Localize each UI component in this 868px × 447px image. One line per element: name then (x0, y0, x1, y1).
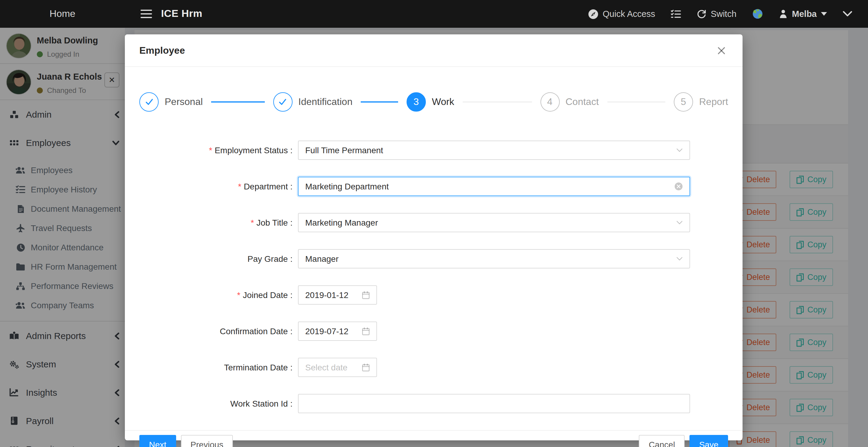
field-label: Pay Grade (248, 254, 292, 264)
field-label: Department (244, 182, 292, 191)
brand-title: ICE Hrm (161, 8, 203, 20)
date-value: 2019-07-12 (305, 326, 348, 336)
modal-title: Employee (140, 45, 185, 56)
step-personal[interactable]: Personal (140, 92, 273, 112)
step-work[interactable]: 3 Work (407, 92, 540, 112)
employment-status-select[interactable]: Full Time Permanent (298, 141, 690, 160)
step-connector (463, 102, 532, 102)
form-row-job-title: *Job Title Marketing Manager (140, 213, 728, 232)
check-icon (273, 92, 292, 112)
top-header: Home ICE Hrm Quick Access Switch Melba (0, 0, 868, 28)
work-station-id-input[interactable] (298, 394, 690, 413)
field-label: Job Title (256, 218, 292, 228)
previous-button[interactable]: Previous (181, 435, 233, 447)
form-row-work-station-id: Work Station Id (140, 394, 728, 413)
work-form: *Employment Status Full Time Permanent *… (140, 141, 728, 413)
form-row-pay-grade: Pay Grade Manager (140, 249, 728, 268)
app-root: ext Search Delete Copy Delete Copy Delet… (0, 0, 868, 447)
field-label: Joined Date (243, 290, 292, 300)
globe-icon[interactable] (752, 8, 763, 19)
next-button[interactable]: Next (140, 435, 176, 447)
save-button[interactable]: Save (689, 435, 728, 447)
date-placeholder: Select date (305, 362, 347, 372)
step-label: Report (699, 96, 728, 108)
user-menu[interactable]: Melba (779, 9, 827, 19)
quick-access-button[interactable]: Quick Access (588, 9, 655, 19)
step-connector (211, 102, 265, 102)
select-value: Marketing Manager (305, 218, 378, 228)
confirmation-date-picker[interactable]: 2019-07-12 (298, 322, 377, 341)
form-row-employment-status: *Employment Status Full Time Permanent (140, 141, 728, 160)
department-select[interactable]: Marketing Department (298, 177, 690, 196)
form-row-confirmation-date: Confirmation Date 2019-07-12 (140, 322, 728, 341)
step-connector (361, 102, 398, 102)
joined-date-picker[interactable]: 2019-01-12 (298, 285, 377, 305)
termination-date-picker[interactable]: Select date (298, 358, 377, 377)
modal-footer: Next Previous Cancel Save (125, 430, 743, 447)
switch-user-button[interactable]: Switch (697, 9, 736, 19)
user-icon (779, 9, 788, 19)
field-label: Termination Date (224, 362, 292, 372)
form-row-department: *Department Marketing Department (140, 177, 728, 196)
hamburger-icon[interactable] (141, 9, 152, 19)
calendar-icon (362, 327, 370, 335)
step-identification[interactable]: Identification (273, 92, 407, 112)
step-label: Contact (565, 96, 599, 108)
select-value: Manager (305, 254, 339, 264)
step-label: Identification (298, 96, 352, 108)
select-arrow-icon (676, 220, 683, 225)
home-link[interactable]: Home (0, 8, 125, 19)
compass-icon (588, 9, 598, 19)
date-value: 2019-01-12 (305, 290, 348, 300)
field-label: Confirmation Date (220, 326, 292, 336)
step-number: 5 (674, 92, 693, 112)
step-number: 3 (407, 92, 426, 112)
pay-grade-select[interactable]: Manager (298, 249, 690, 268)
check-icon (140, 92, 159, 112)
form-row-joined-date: *Joined Date 2019-01-12 (140, 285, 728, 305)
field-label: Work Station Id (230, 399, 292, 408)
cancel-button[interactable]: Cancel (639, 435, 685, 447)
step-report[interactable]: 5 Report (674, 92, 728, 112)
form-row-termination-date: Termination Date Select date (140, 358, 728, 377)
employee-modal: Employee Personal Identification 3 Work (125, 34, 743, 440)
wizard-steps: Personal Identification 3 Work 4 Contact (140, 92, 728, 112)
select-value: Full Time Permanent (305, 145, 383, 155)
step-number: 4 (540, 92, 559, 112)
step-connector (607, 102, 665, 102)
clear-icon[interactable] (674, 182, 683, 190)
tasks-icon[interactable] (671, 9, 681, 19)
calendar-icon (362, 363, 370, 371)
step-contact[interactable]: 4 Contact (540, 92, 674, 112)
step-label: Work (432, 96, 454, 108)
chevron-down-icon[interactable] (843, 11, 852, 17)
field-label: Employment Status (215, 145, 292, 155)
select-arrow-icon (676, 257, 683, 261)
caret-down-icon (821, 12, 827, 16)
step-label: Personal (165, 96, 203, 108)
job-title-select[interactable]: Marketing Manager (298, 213, 690, 232)
close-icon[interactable] (715, 44, 728, 57)
select-value: Marketing Department (305, 182, 389, 191)
calendar-icon (362, 291, 370, 299)
sync-icon (697, 9, 706, 19)
select-arrow-icon (676, 148, 683, 153)
